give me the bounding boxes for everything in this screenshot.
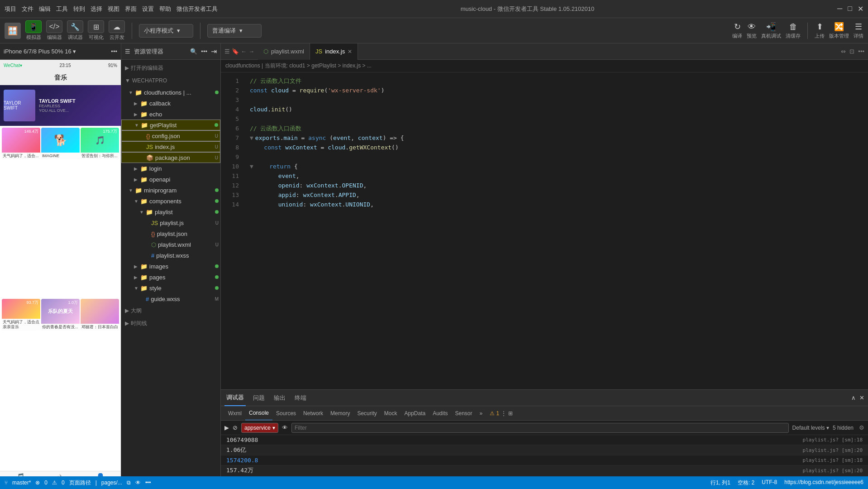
- console-tab-console[interactable]: Console: [245, 406, 272, 421]
- default-levels[interactable]: Default levels ▾: [792, 425, 829, 431]
- version-button[interactable]: 🔀 版本管理: [829, 22, 849, 39]
- menu-help[interactable]: 帮助: [159, 5, 171, 13]
- console-source[interactable]: playlist.js? [sm]:20: [803, 468, 863, 474]
- menu-view[interactable]: 视图: [108, 5, 119, 13]
- console-source[interactable]: playlist.js? [sm]:18: [803, 457, 863, 463]
- list-item[interactable]: 邓丽君：日本首白白: [81, 299, 119, 331]
- list-item[interactable]: 146.4万 天气妈妈了，适合...: [2, 128, 40, 159]
- devtools-close-icon[interactable]: ✕: [859, 394, 864, 401]
- tree-item-openapi[interactable]: ▶ 📁 openapi: [121, 174, 220, 185]
- tree-item-getplaylist[interactable]: ▼ 📁 getPlaylist: [121, 120, 220, 130]
- console-tab-security[interactable]: Security: [353, 410, 380, 417]
- forward-icon[interactable]: →: [248, 48, 254, 55]
- devtools-tab-terminal[interactable]: 终端: [293, 390, 308, 406]
- tree-item-pages[interactable]: ▶ 📁 pages: [121, 272, 220, 283]
- tree-item-echo[interactable]: ▶ 📁 echo: [121, 109, 220, 120]
- timeline-section[interactable]: ▶ 时间线: [121, 317, 220, 330]
- hamburger-icon[interactable]: ☰: [125, 48, 130, 55]
- tree-item-cloudfunctions[interactable]: ▼ 📁 cloudfunctions | ...: [121, 87, 220, 98]
- split-icon[interactable]: ⇔: [841, 48, 846, 55]
- menu-settings[interactable]: 设置: [142, 5, 154, 13]
- tab-playlist-wxml[interactable]: ⬡ playlist.wxml: [258, 43, 310, 60]
- visual-button[interactable]: ⊞ 可视化: [88, 20, 104, 41]
- console-grid-icon[interactable]: ⊞: [508, 410, 513, 417]
- devtools-collapse-icon[interactable]: ∧: [851, 394, 856, 401]
- run-icon[interactable]: ▶: [224, 424, 229, 431]
- tab-close-icon[interactable]: ✕: [348, 48, 352, 55]
- console-tab-network[interactable]: Network: [300, 410, 327, 417]
- tree-item-playlist-wxml[interactable]: ⬡ playlist.wxml U: [121, 239, 220, 250]
- tree-item-images[interactable]: ▶ 📁 images: [121, 261, 220, 272]
- tree-item-style[interactable]: ▼ 📁 style: [121, 283, 220, 293]
- editor-icon[interactable]: </>: [46, 20, 62, 33]
- upload-button[interactable]: ⬆ 上传: [815, 22, 825, 39]
- tree-item-guide-wxss[interactable]: # guide.wxss M: [121, 293, 220, 304]
- tree-item-miniprogram[interactable]: ▼ 📁 miniprogram: [121, 185, 220, 196]
- list-item[interactable]: 93.7万 天气妈妈了，适合点亲亲音乐: [2, 299, 40, 331]
- maximize-button[interactable]: □: [848, 5, 852, 13]
- eye-icon[interactable]: 👁: [282, 424, 288, 431]
- devtools-tab-output[interactable]: 输出: [272, 390, 287, 406]
- real-debug-button[interactable]: 📲 真机调试: [761, 22, 781, 39]
- bookmark-icon[interactable]: 🔖: [232, 48, 239, 55]
- layout-icon[interactable]: ⊡: [849, 48, 854, 55]
- open-editors-section[interactable]: ▶ 打开的编辑器: [121, 62, 220, 74]
- details-button[interactable]: ☰ 详情: [854, 22, 863, 39]
- cloud-icon[interactable]: ☁: [109, 20, 125, 33]
- tree-item-package-json[interactable]: 📦 package.json U: [121, 152, 220, 163]
- url-label[interactable]: https://blog.csdn.net/jessieeeee6: [784, 479, 863, 487]
- more-icon[interactable]: •••: [145, 479, 151, 486]
- tree-item-playlist-json[interactable]: {} playlist.json: [121, 228, 220, 239]
- back-icon[interactable]: ←: [241, 48, 247, 55]
- close-button[interactable]: ✕: [858, 5, 863, 13]
- menu-tools[interactable]: 工具: [56, 5, 68, 13]
- simulator-icon[interactable]: 📱: [25, 20, 42, 33]
- menu-project[interactable]: 项目: [5, 5, 16, 13]
- list-item[interactable]: 乐队的夏天 1.0万 你的青春是否有没...: [41, 299, 80, 331]
- devtools-tab-debugger[interactable]: 调试器: [224, 390, 246, 406]
- compile-button[interactable]: ↻ 编译: [732, 22, 742, 39]
- menu-interface[interactable]: 界面: [125, 5, 137, 13]
- tree-item-components[interactable]: ▼ 📁 components: [121, 196, 220, 206]
- menu-file[interactable]: 文件: [22, 5, 33, 13]
- code-editor[interactable]: 1 2 3 4 5 6 7 8 9 10 11 12 13 14: [221, 72, 868, 389]
- console-tab-audits[interactable]: Audits: [429, 410, 451, 417]
- preview-button[interactable]: 👁 预览: [747, 22, 757, 39]
- simulator-button[interactable]: 📱 模拟器: [25, 20, 42, 41]
- tree-item-playlist-wxss[interactable]: # playlist.wxss: [121, 250, 220, 261]
- search-icon[interactable]: 🔍: [190, 48, 197, 55]
- console-tab-sources[interactable]: Sources: [272, 410, 300, 417]
- cloud-button[interactable]: ☁ 云开发: [109, 20, 125, 41]
- console-tab-memory[interactable]: Memory: [327, 410, 353, 417]
- sidebar-toggle-icon[interactable]: ☰: [224, 48, 230, 55]
- settings-icon[interactable]: ⚙: [859, 424, 864, 431]
- tree-item-config-json[interactable]: {} config.json U: [121, 130, 220, 141]
- filter-input[interactable]: [291, 423, 789, 433]
- mode-dropdown[interactable]: 小程序模式 ▾: [139, 24, 193, 38]
- list-item[interactable]: 🐕 IMAGINE: [41, 128, 80, 159]
- tree-item-index-js[interactable]: JS index.js U: [121, 141, 220, 152]
- appservice-select[interactable]: appservice ▾: [241, 423, 278, 433]
- console-tab-appdata[interactable]: AppData: [401, 410, 429, 417]
- tree-item-callback[interactable]: ▶ 📁 callback: [121, 98, 220, 109]
- fold-arrow-icon[interactable]: ▼: [250, 133, 253, 143]
- console-tab-wxml[interactable]: Wxml: [224, 410, 245, 417]
- phone-more-icon[interactable]: •••: [111, 48, 117, 55]
- tab-index-js[interactable]: JS index.js ✕: [310, 43, 358, 60]
- view-icon[interactable]: 👁: [135, 479, 141, 486]
- editor-button[interactable]: </> 编辑器: [46, 20, 62, 41]
- minimize-button[interactable]: ─: [837, 5, 842, 13]
- more-icon[interactable]: •••: [858, 48, 864, 55]
- console-tab-mock[interactable]: Mock: [381, 410, 401, 417]
- debugger-button[interactable]: 🔧 调试器: [67, 20, 83, 41]
- wechatpro-section[interactable]: ▼ WECHATPRO: [121, 74, 220, 87]
- copy-icon[interactable]: ⧉: [127, 479, 131, 486]
- console-source[interactable]: playlist.js? [sm]:20: [803, 447, 863, 453]
- tree-item-playlist-js[interactable]: JS playlist.js U: [121, 217, 220, 228]
- more-icon[interactable]: •••: [201, 48, 207, 55]
- collapse-icon[interactable]: ⇥: [211, 47, 217, 56]
- code-content[interactable]: // 云函数入口文件 const cloud = require ( 'wx-s…: [243, 72, 868, 389]
- menu-edit[interactable]: 编辑: [39, 5, 51, 13]
- menu-weixin[interactable]: 微信开发者工具: [176, 5, 218, 13]
- console-more-icon[interactable]: ⋮: [501, 410, 506, 417]
